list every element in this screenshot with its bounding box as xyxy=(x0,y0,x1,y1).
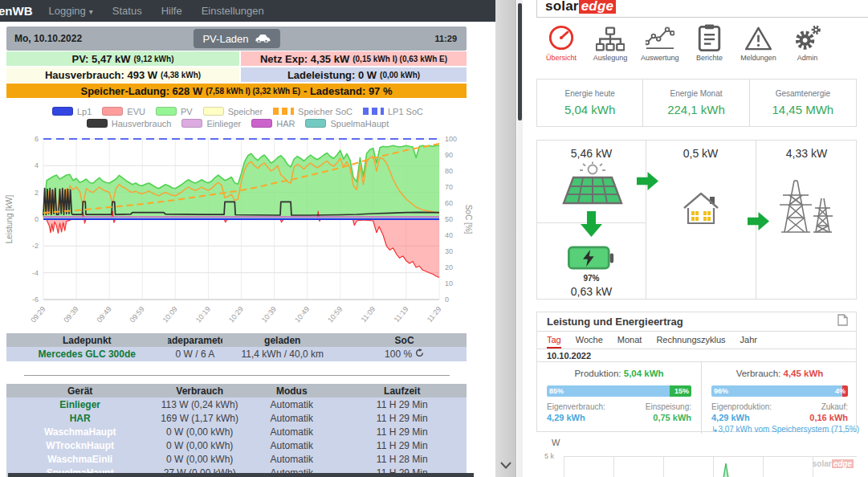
nav-item-status[interactable]: Status xyxy=(112,5,142,17)
selected-date[interactable]: 10.10.2022 xyxy=(537,349,856,362)
self-consumption-value: 4,29 kWh xyxy=(547,413,585,422)
legend-item-einlieger[interactable]: Einlieger xyxy=(181,119,241,128)
legend-item-evu[interactable]: EVU xyxy=(102,107,145,116)
stat-value: 14,45 MWh xyxy=(772,103,833,116)
nav--bersicht[interactable]: Übersicht xyxy=(543,22,580,62)
svg-text:SoC [%]: SoC [%] xyxy=(464,205,473,234)
svg-text:40: 40 xyxy=(445,231,453,239)
tab-rechnungszyklus[interactable]: Rechnungszyklus xyxy=(656,332,725,349)
power-grid-icon xyxy=(778,177,836,238)
charged-amount: 11,4 kWh / 40,0 km xyxy=(222,349,342,360)
production-spike xyxy=(723,460,731,477)
legend-item-har[interactable]: HAR xyxy=(251,119,295,128)
tab-tag[interactable]: Tag xyxy=(547,332,561,349)
energy-section-header: Leistung und Energieertrag xyxy=(537,312,856,332)
tab-jahr[interactable]: Jahr xyxy=(740,332,757,349)
consumption-panel: Verbrauch: 4,45 kWh 96%4% Eigenproduktio… xyxy=(701,362,858,434)
nav-meldungen[interactable]: Meldungen xyxy=(740,22,777,62)
status-hausverbrauch: Hausverbrauch: 493 W(4,38 kWh) xyxy=(6,67,239,82)
right-pane-scrollbar[interactable] xyxy=(517,0,523,477)
status-text: PV: 5,47 kW xyxy=(72,53,131,65)
status-text: Ladeleistung: 0 W xyxy=(287,69,377,81)
stat-label: Energie Monat xyxy=(670,89,722,98)
nav-label: Meldungen xyxy=(740,54,776,62)
device-name: WaschmaEinli xyxy=(6,454,153,465)
legend-item-speicher-soc[interactable]: Speicher SoC xyxy=(273,107,352,116)
table-row[interactable]: Einlieger113 W (0,24 kWh)Automatik11 H 2… xyxy=(6,398,467,411)
tab-monat[interactable]: Monat xyxy=(617,332,642,349)
device-mode: Automatik xyxy=(246,413,338,424)
production-panel: Produktion: 5,04 kWh 85%15% Eigenverbrau… xyxy=(537,362,701,434)
battery-power-value: 0,63 kW xyxy=(537,285,646,298)
svg-text:6: 6 xyxy=(35,135,39,143)
device-name: WTrocknHaupt xyxy=(6,440,153,451)
legend-item-spuelmahaupt[interactable]: SpuelmaHaupt xyxy=(305,119,389,128)
legend-item-speicher[interactable]: Speicher xyxy=(203,107,263,116)
gauge-icon xyxy=(548,22,575,51)
export-icon[interactable] xyxy=(837,314,848,329)
nav-item-einstellungen[interactable]: Einstellungen xyxy=(202,5,264,17)
bar-segment: 85% xyxy=(547,385,670,397)
legend-item-lp1[interactable]: Lp1 xyxy=(52,107,92,116)
device-runtime: 11 H 29 Min xyxy=(338,413,467,424)
scroll-down-button[interactable] xyxy=(500,458,511,471)
svg-text:2: 2 xyxy=(35,189,39,197)
legend-item-pv[interactable]: PV xyxy=(156,107,193,116)
svg-text:10:59: 10:59 xyxy=(326,305,344,324)
legend-item-hausverbrauch[interactable]: Hausverbrauch xyxy=(87,119,172,128)
openwb-navbar: enWB Logging▾StatusHilfeEinstellungen xyxy=(0,0,495,22)
charge-mode-button[interactable]: PV-Laden xyxy=(193,29,279,48)
table-row[interactable]: HAR169 W (1,17 kWh)Automatik11 H 29 Min xyxy=(6,411,467,425)
status-text: Speicher-Ladung: 628 W xyxy=(80,85,202,97)
table-row[interactable]: WaschmaHaupt0 W (0,00 kWh)Automatik11 H … xyxy=(6,425,467,438)
legend-item-lp1-soc[interactable]: LP1 SoC xyxy=(363,107,423,116)
svg-text:70: 70 xyxy=(445,183,453,191)
purchase-value: 0,16 kWh xyxy=(809,413,848,422)
power-chart[interactable]: 09:2909:3909:4909:5910:0910:1910:2910:39… xyxy=(2,131,477,330)
nav-auslegung[interactable]: Auslegung xyxy=(592,22,629,62)
power-mini-chart[interactable]: W 5 k solaredge xyxy=(536,434,857,477)
svg-text:11:19: 11:19 xyxy=(393,305,410,324)
column-header: Verbrauch xyxy=(153,385,246,397)
screen: enWB Logging▾StatusHilfeEinstellungen Mo… xyxy=(0,0,868,477)
table-row[interactable]: WaschmaEinli0 W (0,00 kWh)Automatik11 H … xyxy=(6,452,467,466)
svg-text:09:29: 09:29 xyxy=(29,305,47,324)
table-row[interactable]: WTrocknHaupt0 W (0,00 kWh)Automatik11 H … xyxy=(6,438,467,452)
legend-label: HAR xyxy=(276,119,295,128)
legend-swatch xyxy=(273,108,294,115)
legend-swatch xyxy=(181,119,202,128)
chart-legend: Lp1EVUPVSpeicherSpeicher SoCLP1 SoCHausv… xyxy=(0,105,475,129)
left-pane-scrollbar[interactable] xyxy=(495,0,516,477)
svg-text:Leistung [kW]: Leistung [kW] xyxy=(5,194,14,243)
legend-swatch xyxy=(87,119,108,128)
refresh-icon[interactable] xyxy=(415,349,424,360)
nav-admin[interactable]: Admin xyxy=(789,22,826,62)
house-power-value: 0,5 kW xyxy=(646,147,756,160)
status-text: (7,58 kWh I) (3,32 kWh E) xyxy=(206,87,300,96)
feed-in-value: 0,75 kWh xyxy=(653,413,691,422)
device-consumption: 169 W (1,17 kWh) xyxy=(153,413,246,424)
svg-text:10:29: 10:29 xyxy=(227,305,245,324)
table-row[interactable]: Mercedes GLC 300de0 W / 6 A11,4 kWh / 40… xyxy=(6,347,467,361)
battery-icon xyxy=(568,246,614,274)
scrollbar-thumb[interactable] xyxy=(518,3,522,120)
nav-label: Auswertung xyxy=(641,54,679,62)
house-icon xyxy=(681,190,721,229)
vehicle-name: Mercedes GLC 300de xyxy=(6,349,168,360)
nav-item-hilfe[interactable]: Hilfe xyxy=(161,5,182,17)
legend-label: Lp1 xyxy=(77,107,92,116)
openwb-brand[interactable]: enWB xyxy=(0,4,33,18)
legend-label: LP1 SoC xyxy=(388,107,423,116)
legend-label: Speicher xyxy=(228,107,263,116)
nav-auswertung[interactable]: Auswertung xyxy=(641,22,679,62)
nav-berichte[interactable]: Berichte xyxy=(691,22,728,62)
tab-woche[interactable]: Woche xyxy=(576,332,603,349)
nav-label: Berichte xyxy=(696,54,723,62)
stat-value: 224,1 kWh xyxy=(667,103,725,116)
divider xyxy=(24,375,450,376)
battery-soc-value: 97% xyxy=(537,274,646,283)
nav-item-logging[interactable]: Logging▾ xyxy=(49,5,93,17)
svg-text:100: 100 xyxy=(445,135,457,143)
y-axis-tick: 5 k xyxy=(544,452,554,460)
own-production-value: 4,29 kWh xyxy=(711,413,750,422)
